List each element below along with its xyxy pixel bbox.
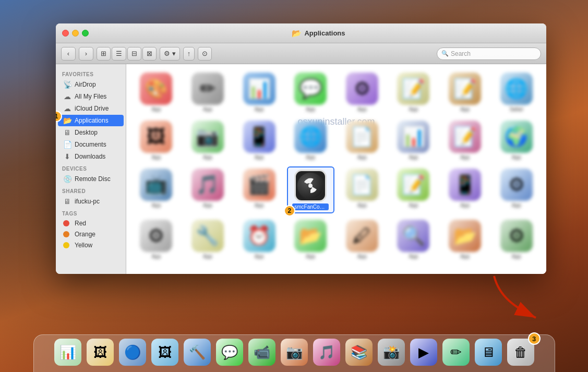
app-cell-row3-col2[interactable]: 🎵 App bbox=[184, 166, 232, 213]
sidebar-item-tag-orange[interactable]: Orange bbox=[58, 229, 124, 239]
dock-activity-monitor[interactable]: 📊 bbox=[53, 338, 82, 367]
dock-facetime[interactable]: 📹 bbox=[247, 338, 277, 367]
app-grid: 🎨 App ✏ App 📊 App 💬 App ⚙ App bbox=[126, 64, 546, 268]
app-cell-row1-col1[interactable]: 🎨 App bbox=[133, 70, 180, 114]
sidebar-item-tag-yellow[interactable]: Yellow bbox=[58, 240, 124, 250]
tag-orange-icon bbox=[63, 231, 71, 237]
app-cell-row3-col5[interactable]: 📄 App bbox=[339, 166, 386, 213]
sidebar-item-airdrop[interactable]: 📡 AirDrop bbox=[58, 79, 124, 90]
app-cell-row4-col4[interactable]: 📂 App bbox=[287, 218, 334, 261]
view-coverflow-button[interactable]: ⊠ bbox=[142, 47, 157, 61]
sidebar-item-icloud[interactable]: ☁ iCloud Drive bbox=[58, 103, 124, 114]
ibooks-icon: 📚 bbox=[345, 339, 373, 366]
dock-quicktime[interactable]: ▶ bbox=[409, 338, 438, 367]
dock-messages[interactable]: 💬 bbox=[215, 338, 244, 367]
app-cell-row4-col1[interactable]: ⚙ App bbox=[133, 218, 180, 261]
back-button[interactable]: ‹ bbox=[61, 47, 76, 61]
forward-button[interactable]: › bbox=[79, 47, 93, 61]
app-icon: 🖼 bbox=[140, 121, 172, 153]
close-button[interactable] bbox=[62, 30, 69, 37]
tag-red-icon bbox=[63, 220, 71, 226]
dock-xcode[interactable]: 🔨 bbox=[183, 338, 212, 367]
app-cell-row1-col5[interactable]: ⚙ App bbox=[339, 70, 386, 114]
app-cell-row1-col7[interactable]: 📝 App bbox=[441, 70, 489, 114]
app-icon: 📱 bbox=[449, 169, 481, 201]
sidebar-item-applications[interactable]: 1 📂 Applications bbox=[58, 115, 124, 126]
sidebar-item-tag-red[interactable]: Red bbox=[58, 218, 124, 229]
app-cell-row2-col6[interactable]: 📊 App bbox=[390, 118, 437, 162]
app-cell-row4-col7[interactable]: 📂 App bbox=[441, 218, 489, 261]
sidebar-item-shared-pc[interactable]: 🖥 ifucku-pc bbox=[58, 196, 124, 207]
share-button[interactable]: ↑ bbox=[183, 47, 195, 61]
app-cell-row2-col2[interactable]: 📷 App bbox=[184, 118, 232, 162]
arrange-button[interactable]: ⚙ ▾ bbox=[160, 47, 180, 61]
app-cell-row4-col6[interactable]: 🔍 App bbox=[390, 218, 437, 261]
app-cell-row1-col6[interactable]: 📝 App bbox=[390, 70, 437, 114]
app-cell-row2-col7[interactable]: 📝 App bbox=[441, 118, 489, 162]
dock-itunes[interactable]: 🎵 bbox=[312, 338, 341, 367]
maximize-button[interactable] bbox=[82, 30, 89, 37]
radiation-symbol bbox=[301, 176, 320, 195]
app-icon: 📝 bbox=[397, 169, 429, 201]
app-cell-row2-col1[interactable]: 🖼 App bbox=[133, 118, 180, 162]
sidebar-section-favorites: Favorites bbox=[56, 68, 126, 78]
dock: 📊 🖼 🔵 🖼 🔨 💬 bbox=[0, 330, 588, 372]
dock-photo-booth[interactable]: 📸 bbox=[377, 338, 406, 367]
view-list-button[interactable]: ☰ bbox=[112, 47, 126, 61]
sidebar-item-downloads[interactable]: ⬇ Downloads bbox=[58, 151, 124, 162]
smcfancontrol-icon bbox=[294, 170, 327, 202]
tag-button[interactable]: ⊙ bbox=[198, 47, 212, 61]
view-buttons: ⊞ ☰ ⊟ ⊠ bbox=[97, 47, 157, 61]
app-cell-row1-col3[interactable]: 📊 App bbox=[235, 70, 283, 114]
sidebar-item-remote-disc[interactable]: 💿 Remote Disc bbox=[58, 173, 124, 185]
step-badge-2: 2 bbox=[284, 205, 295, 217]
app-cell-row1-col8[interactable]: 🌐 Safari bbox=[493, 70, 540, 114]
app-icon: 📱 bbox=[243, 121, 275, 153]
app-cell-row1-col2[interactable]: ✏ App bbox=[184, 70, 232, 114]
app-cell-row1-col4[interactable]: 💬 App bbox=[287, 70, 334, 114]
dock-ibooks[interactable]: 📚 bbox=[344, 338, 374, 367]
dock-iphoto[interactable]: 🖼 bbox=[150, 338, 179, 367]
sidebar-item-all-my-files[interactable]: ☁ All My Files bbox=[58, 91, 124, 102]
app-cell-row2-col8[interactable]: 🌍 App bbox=[493, 118, 540, 162]
app-cell-row3-col8[interactable]: ⚙ App bbox=[493, 166, 540, 213]
applications-icon: 📂 bbox=[63, 116, 71, 125]
all-files-icon: ☁ bbox=[63, 92, 71, 101]
dock-finder[interactable]: 🖥 bbox=[474, 338, 503, 367]
app-cell-row2-col4[interactable]: 🌐 App bbox=[287, 118, 334, 162]
title-folder-icon: 📂 bbox=[292, 29, 302, 38]
app-cell-row3-col1[interactable]: 📺 App bbox=[133, 166, 180, 213]
minimize-button[interactable] bbox=[72, 30, 79, 37]
app-cell-row4-col3[interactable]: ⏰ App bbox=[235, 218, 283, 261]
app-cell-row3-col7[interactable]: 📱 App bbox=[441, 166, 489, 213]
sidebar-section-tags: Tags bbox=[56, 208, 126, 218]
smcfancontrol-label: smcFanControl bbox=[292, 203, 329, 210]
remote-disc-icon: 💿 bbox=[63, 175, 71, 183]
view-icon-button[interactable]: ⊞ bbox=[97, 47, 111, 61]
icloud-icon: ☁ bbox=[63, 104, 71, 113]
app-cell-row4-col2[interactable]: 🔧 App bbox=[184, 218, 232, 261]
view-column-button[interactable]: ⊟ bbox=[127, 47, 141, 61]
airdrop-icon: 📡 bbox=[63, 80, 71, 89]
app-icon: 📂 bbox=[449, 220, 481, 252]
sidebar-item-desktop[interactable]: 🖥 Desktop bbox=[58, 127, 124, 138]
app-cell-row2-col3[interactable]: 📱 App bbox=[235, 118, 283, 162]
app-cell-row3-col6[interactable]: 📝 App bbox=[390, 166, 437, 213]
dock-trash[interactable]: 3 🗑 bbox=[506, 338, 535, 367]
app-cell-row3-col3[interactable]: 🎬 App bbox=[235, 166, 283, 213]
dock-quicksilver[interactable]: 🔵 bbox=[118, 338, 147, 367]
app-icon: 📺 bbox=[140, 169, 172, 201]
app-cell-row4-col8[interactable]: ⚙ App bbox=[493, 218, 540, 261]
dock-sketchbook[interactable]: ✏ bbox=[441, 338, 471, 367]
app-cell-smcfancontrol[interactable]: 2 bbox=[287, 166, 334, 213]
search-bar[interactable]: 🔍 Search bbox=[437, 47, 541, 60]
app-cell-row4-col5[interactable]: 🖊 App bbox=[339, 218, 386, 261]
dock-preview[interactable]: 🖼 bbox=[86, 338, 115, 367]
arrow-container bbox=[484, 266, 546, 330]
downloads-icon: ⬇ bbox=[63, 152, 71, 161]
xcode-icon: 🔨 bbox=[184, 339, 211, 366]
dock-photos[interactable]: 📷 bbox=[280, 338, 309, 367]
app-cell-row2-col5[interactable]: 📄 App bbox=[339, 118, 386, 162]
itunes-icon: 🎵 bbox=[313, 339, 340, 366]
sidebar-item-documents[interactable]: 📄 Documents bbox=[58, 139, 124, 150]
